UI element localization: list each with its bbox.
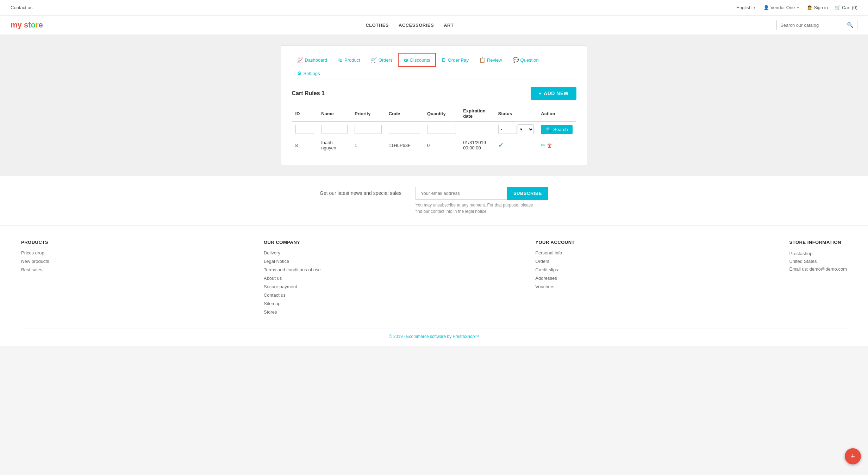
plus-icon: + <box>538 91 542 96</box>
footer-link-delivery[interactable]: Delivery <box>264 250 280 255</box>
nav-art[interactable]: ART <box>444 23 454 28</box>
cart-rules-header: Cart Rules 1 + ADD NEW <box>292 87 576 100</box>
vendor-nav-discounts[interactable]: 🎟 Discounts <box>398 53 436 67</box>
footer-link-about[interactable]: About us <box>264 276 282 281</box>
delete-button[interactable]: 🗑 <box>547 142 552 149</box>
cart-link[interactable]: 🛒 Cart (0) <box>835 5 857 10</box>
expiration-filter-dash: -- <box>463 127 466 132</box>
vendor-nav-review[interactable]: 📋 Review <box>474 53 507 67</box>
footer-col-store-info-title: STORE INFORMATION <box>789 240 847 245</box>
vendor-nav-product[interactable]: 🛍 Product <box>332 53 366 67</box>
footer-columns: PRODUCTS Prices drop New products Best s… <box>21 240 847 317</box>
filter-id-input[interactable] <box>295 125 314 134</box>
footer-link-contact[interactable]: Contact us <box>264 292 286 298</box>
footer-link-new-products[interactable]: New products <box>21 259 49 264</box>
footer-col-store-info: STORE INFORMATION Prestashop United Stat… <box>789 240 847 317</box>
contact-text: Contact us <box>11 5 32 10</box>
footer-link-best-sales[interactable]: Best sales <box>21 267 42 272</box>
footer-store-info-text: Prestashop United States Email us: demo@… <box>789 250 847 273</box>
vendor-nav-orders[interactable]: 🛒 Orders <box>366 53 398 67</box>
footer-col-company-list: Delivery Legal Notice Terms and conditio… <box>264 250 321 315</box>
footer-link-prices-drop[interactable]: Prices drop <box>21 250 44 255</box>
filter-priority-cell <box>351 122 385 136</box>
vendor-nav-question[interactable]: 💬 Question <box>507 53 544 67</box>
footer-link-personal-info[interactable]: Personal info <box>535 250 562 255</box>
footer-col-account: YOUR ACCOUNT Personal info Orders Credit… <box>535 240 575 317</box>
top-bar: Contact us English ▼ 👤 Vendor One ▼ 🙍 Si… <box>0 0 868 16</box>
vendor-panel: 📈 Dashboard 🛍 Product 🛒 Orders 🎟 Discoun… <box>281 45 587 165</box>
subscribe-button[interactable]: SUBSCRIBE <box>507 187 548 200</box>
vendor-nav-settings[interactable]: ⚙ Settings <box>292 67 325 80</box>
search-btn-label: Search <box>553 127 568 132</box>
footer-link-orders[interactable]: Orders <box>535 259 549 264</box>
col-code: Code <box>385 105 424 122</box>
orders-icon: 🛒 <box>371 57 377 63</box>
footer-link-legal-notice[interactable]: Legal Notice <box>264 259 289 264</box>
add-new-button[interactable]: + ADD NEW <box>531 87 576 100</box>
add-new-label: ADD NEW <box>544 91 568 96</box>
footer: PRODUCTS Prices drop New products Best s… <box>0 225 868 346</box>
filter-code-cell <box>385 122 424 136</box>
footer-col-products-title: PRODUCTS <box>21 240 49 245</box>
vendor-nav-dashboard-label: Dashboard <box>305 57 327 63</box>
newsletter-form: SUBSCRIBE You may unsubscribe at any mom… <box>416 187 548 215</box>
footer-copyright: © 2019 · Ecommerce software by PrestaSho… <box>389 334 479 339</box>
cart-rules-title: Cart Rules 1 <box>292 90 325 97</box>
filter-quantity-input[interactable] <box>427 125 456 134</box>
footer-link-stores[interactable]: Stores <box>264 309 277 315</box>
col-quantity: Quantity <box>424 105 460 122</box>
filter-action-cell: 🔍 Search <box>537 122 576 136</box>
cart-label: Cart (0) <box>842 5 857 10</box>
search-submit-button[interactable]: 🔍 <box>847 22 854 28</box>
row-status: ✔ <box>495 136 538 154</box>
filter-status-select[interactable]: ▾ Yes No <box>518 124 534 134</box>
search-button[interactable]: 🔍 Search <box>541 125 573 134</box>
filter-expiration-cell: -- <box>460 122 494 136</box>
signin-label: Sign in <box>814 5 828 10</box>
vendor-nav-question-label: Question <box>520 57 539 63</box>
discounts-icon: 🎟 <box>404 57 408 63</box>
vendor-nav-orders-label: Orders <box>379 57 393 63</box>
col-expiration: Expiration date <box>460 105 494 122</box>
vendor-label: Vendor One <box>770 5 795 10</box>
vendor-nav-dashboard[interactable]: 📈 Dashboard <box>292 53 333 67</box>
col-priority: Priority <box>351 105 385 122</box>
newsletter-email-input[interactable] <box>416 187 507 200</box>
orderpay-icon: 🗒 <box>441 57 446 63</box>
footer-link-credit-slips[interactable]: Credit slips <box>535 267 558 272</box>
col-status: Status <box>495 105 538 122</box>
footer-link-addresses[interactable]: Addresses <box>535 276 557 281</box>
product-icon: 🛍 <box>338 57 343 63</box>
filter-id-cell <box>292 122 318 136</box>
language-selector[interactable]: English ▼ <box>736 5 756 10</box>
row-code: 11HLP63F <box>385 136 424 154</box>
row-quantity: 0 <box>424 136 460 154</box>
sign-in-link[interactable]: 🙍 Sign in <box>807 5 828 10</box>
vendor-nav-settings-label: Settings <box>304 71 320 76</box>
status-check-icon: ✔ <box>498 142 504 149</box>
logo[interactable]: my store <box>11 20 43 30</box>
footer-link-vouchers[interactable]: Vouchers <box>535 284 554 289</box>
newsletter-inner: Get our latest news and special sales SU… <box>11 187 857 215</box>
filter-status-input[interactable] <box>498 125 517 134</box>
edit-button[interactable]: ✏ <box>541 142 545 149</box>
search-input[interactable] <box>780 23 844 28</box>
contact-us-link[interactable]: Contact us <box>11 5 32 10</box>
filter-code-input[interactable] <box>389 125 420 134</box>
language-label: English <box>736 5 751 10</box>
footer-col-products-list: Prices drop New products Best sales <box>21 250 49 272</box>
nav-accessories[interactable]: ACCESSORIES <box>399 23 434 28</box>
cart-icon: 🛒 <box>835 5 841 10</box>
footer-link-terms[interactable]: Terms and conditions of use <box>264 267 321 272</box>
footer-link-sitemap[interactable]: Sitemap <box>264 301 281 306</box>
vendor-nav-orderpay[interactable]: 🗒 Order Pay <box>436 53 474 67</box>
footer-link-secure-payment[interactable]: Secure payment <box>264 284 297 289</box>
vendor-selector[interactable]: 👤 Vendor One ▼ <box>763 5 800 10</box>
main-nav: CLOTHES ACCESSORIES ART <box>366 23 454 28</box>
filter-priority-input[interactable] <box>355 125 382 134</box>
nav-clothes[interactable]: CLOTHES <box>366 23 389 28</box>
filter-name-input[interactable] <box>321 125 348 134</box>
vendor-nav-discounts-label: Discounts <box>410 57 430 63</box>
table-row: 8 thanh nguyen 1 11HLP63F 0 01/31/2019 0… <box>292 136 576 154</box>
top-bar-right: English ▼ 👤 Vendor One ▼ 🙍 Sign in 🛒 Car… <box>736 5 857 10</box>
